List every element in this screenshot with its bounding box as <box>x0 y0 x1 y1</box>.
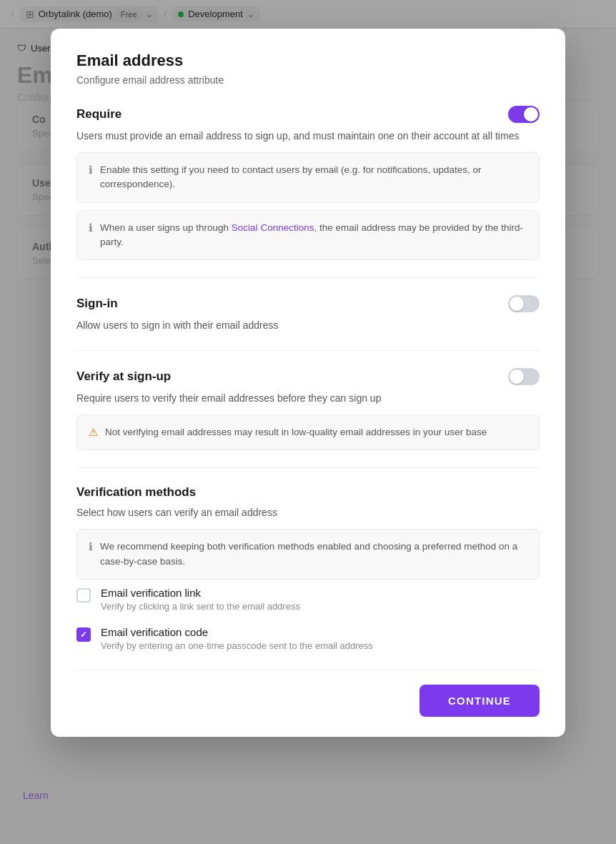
verify-toggle-track <box>508 368 540 385</box>
checkbox-link-desc: Verify by clicking a link sent to the em… <box>101 600 300 613</box>
signin-toggle-track <box>508 295 540 312</box>
divider-1 <box>76 277 540 278</box>
divider-3 <box>76 467 540 468</box>
require-toggle-thumb <box>524 107 538 121</box>
modal-title: Email address <box>76 51 540 70</box>
divider-2 <box>76 350 540 351</box>
verification-methods-header: Verification methods <box>76 485 540 500</box>
require-toggle[interactable] <box>508 106 540 123</box>
signin-section: Sign-in Allow users to sign in with thei… <box>76 295 540 333</box>
checkbox-link-label: Email verification link <box>101 587 300 599</box>
verify-toggle-thumb <box>510 369 524 384</box>
verify-header: Verify at sign-up <box>76 368 540 385</box>
continue-button[interactable]: CONTINUE <box>419 685 540 717</box>
info-icon-2: ℹ <box>89 222 93 250</box>
require-section: Require Users must provide an email addr… <box>76 106 540 260</box>
require-info-box-2: ℹ When a user signs up through Social Co… <box>76 210 540 261</box>
signin-description: Allow users to sign in with their email … <box>76 318 540 333</box>
verify-warning-text: Not verifying email addresses may result… <box>105 425 487 440</box>
verify-label: Verify at sign-up <box>76 369 171 384</box>
verify-toggle[interactable] <box>508 368 540 385</box>
checkbox-link[interactable] <box>76 588 91 602</box>
require-description: Users must provide an email address to s… <box>76 129 540 144</box>
checkbox-link-item: Email verification link Verify by clicki… <box>76 587 540 613</box>
signin-label: Sign-in <box>76 297 118 311</box>
email-modal: Email address Configure email address at… <box>51 29 565 737</box>
warning-icon: ⚠ <box>89 426 98 440</box>
social-connections-link[interactable]: Social Connections <box>232 222 314 233</box>
verification-methods-label: Verification methods <box>76 485 196 500</box>
checkbox-link-text: Email verification link Verify by clicki… <box>101 587 300 613</box>
require-toggle-track <box>508 106 540 123</box>
require-info-box-1: ℹ Enable this setting if you need to con… <box>76 152 540 203</box>
verification-methods-info: ℹ We recommend keeping both verification… <box>76 529 540 580</box>
require-info-text-1: Enable this setting if you need to conta… <box>100 163 527 192</box>
signin-toggle[interactable] <box>508 295 540 312</box>
modal-subtitle: Configure email address attribute <box>76 74 540 86</box>
verify-section: Verify at sign-up Require users to verif… <box>76 368 540 450</box>
verification-methods-info-text: We recommend keeping both verification m… <box>100 540 527 569</box>
verify-warning-box: ⚠ Not verifying email addresses may resu… <box>76 414 540 450</box>
checkbox-code[interactable] <box>76 627 91 642</box>
require-info-text-2: When a user signs up through Social Conn… <box>100 221 527 250</box>
checkbox-code-text: Email verification code Verify by enteri… <box>101 626 373 652</box>
info-icon-1: ℹ <box>89 164 93 192</box>
require-header: Require <box>76 106 540 123</box>
checkbox-code-item: Email verification code Verify by enteri… <box>76 626 540 652</box>
signin-toggle-thumb <box>510 297 524 311</box>
signin-header: Sign-in <box>76 295 540 312</box>
require-label: Require <box>76 107 121 121</box>
verify-description: Require users to verify their email addr… <box>76 391 540 406</box>
verification-methods-section: Verification methods Select how users ca… <box>76 485 540 652</box>
modal-footer: CONTINUE <box>76 670 540 717</box>
info2-before: When a user signs up through <box>100 222 232 233</box>
checkbox-code-label: Email verification code <box>101 626 373 638</box>
checkbox-code-desc: Verify by entering an one-time passcode … <box>101 640 373 652</box>
info-icon-3: ℹ <box>89 540 93 569</box>
verification-methods-description: Select how users can verify an email add… <box>76 505 540 520</box>
